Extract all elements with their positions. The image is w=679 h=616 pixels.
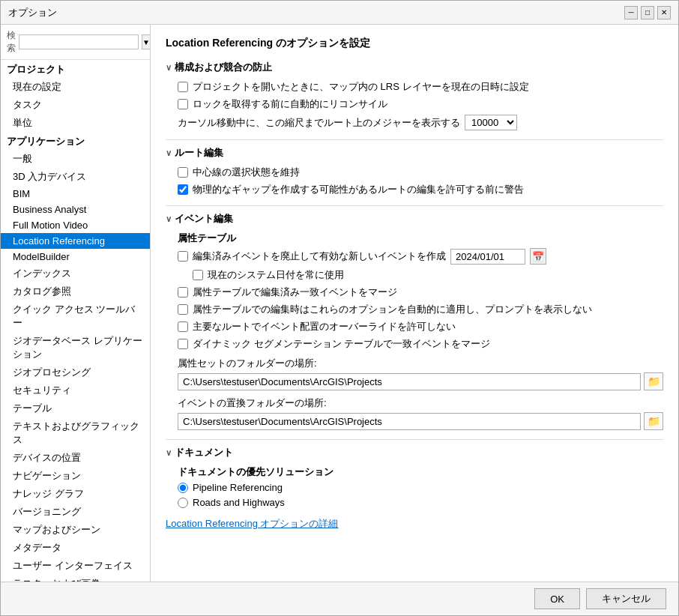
sidebar-item-user-interface[interactable]: ユーザー インターフェイス xyxy=(1,557,150,575)
sidebar-item-raster-imagery[interactable]: ラスターおよび画像 xyxy=(1,575,150,582)
checkbox-cb4[interactable] xyxy=(178,184,188,195)
checkbox-cb5[interactable] xyxy=(178,251,188,262)
section-event-edit-toggle[interactable]: ∨ xyxy=(166,214,172,224)
search-bar: 検索 ▼ xyxy=(1,25,150,60)
sidebar-item-business-analyst[interactable]: Business Analyst xyxy=(1,202,150,217)
cursor-scale-select[interactable]: 100 500 1000 5000 10000 50000 xyxy=(465,115,517,130)
section-document: ∨ ドキュメント ドキュメントの優先ソリューション Pipeline Refer… xyxy=(166,446,663,508)
sidebar-item-current-settings[interactable]: 現在の設定 xyxy=(1,78,150,96)
folder2-input[interactable] xyxy=(178,413,641,430)
window-controls: ─ □ ✕ xyxy=(624,6,671,19)
sidebar-item-catalog-browse[interactable]: カタログ参照 xyxy=(1,283,150,301)
checkbox-row-cb6: 現在のシステム日付を常に使用 xyxy=(178,268,663,282)
cancel-button[interactable]: キャンセル xyxy=(586,588,666,609)
section-document-content: ドキュメントの優先ソリューション Pipeline Referencing Ro… xyxy=(166,465,663,508)
sidebar-item-3d-input[interactable]: 3D 入力デバイス xyxy=(1,168,150,186)
sidebar-list: プロジェクト 現在の設定 タスク 単位 アプリケーション 一般 3D 入力デバイ… xyxy=(1,60,150,582)
right-panel: Location Referencing のオプションを設定 ∨ 構成および競合… xyxy=(151,25,678,582)
section-config-toggle[interactable]: ∨ xyxy=(166,63,172,73)
search-label: 検索 xyxy=(7,29,16,55)
sidebar-item-navigation[interactable]: ナビゲーション xyxy=(1,467,150,485)
checkbox-cb7[interactable] xyxy=(178,287,188,298)
help-link[interactable]: Location Referencing オプションの詳細 xyxy=(166,518,338,529)
section-route-edit-content: 中心線の選択状態を維持 物理的なギャップを作成する可能性があるルートの編集を許可… xyxy=(166,166,663,196)
checkbox-row-cb9: 主要なルートでイベント配置のオーバーライドを許可しない xyxy=(178,320,663,333)
radio-row-roads: Roads and Highways xyxy=(178,497,663,508)
date-input-cb5[interactable] xyxy=(450,249,525,265)
radio-roads[interactable] xyxy=(178,498,188,508)
radio-label-roads: Roads and Highways xyxy=(193,497,285,508)
sidebar-item-knowledge-graph[interactable]: ナレッジ グラフ xyxy=(1,485,150,503)
sidebar-item-geoprocessing[interactable]: ジオプロセシング xyxy=(1,363,150,381)
section-config-label: 構成および競合の防止 xyxy=(175,61,272,74)
sidebar-item-modelbuilder[interactable]: ModelBuilder xyxy=(1,249,150,265)
sidebar-item-map-scene[interactable]: マップおよびシーン xyxy=(1,521,150,539)
checkbox-cb6[interactable] xyxy=(193,270,203,280)
sidebar-item-units[interactable]: 単位 xyxy=(1,114,150,132)
folder1-input[interactable] xyxy=(178,373,641,390)
folder1-browse-button[interactable]: 📁 xyxy=(644,372,663,390)
sidebar-item-tasks[interactable]: タスク xyxy=(1,96,150,114)
sidebar-item-metadata[interactable]: メタデータ xyxy=(1,539,150,557)
sidebar-item-general[interactable]: 一般 xyxy=(1,150,150,168)
sidebar-item-versioning[interactable]: バージョニング xyxy=(1,503,150,521)
sidebar-item-device-location[interactable]: デバイスの位置 xyxy=(1,449,150,467)
radio-label-pipeline: Pipeline Referencing xyxy=(193,482,283,493)
calendar-button[interactable]: 📅 xyxy=(530,248,546,265)
checkbox-cb1[interactable] xyxy=(178,82,188,92)
sidebar-item-location-referencing[interactable]: Location Referencing xyxy=(1,233,150,249)
radio-pipeline[interactable] xyxy=(178,483,188,493)
close-button[interactable]: ✕ xyxy=(657,6,671,19)
section-config: ∨ 構成および競合の防止 プロジェクトを開いたときに、マップ内の LRS レイヤ… xyxy=(166,61,663,130)
checkbox-row-cb1: プロジェクトを開いたときに、マップ内の LRS レイヤーを現在の日時に設定 xyxy=(178,80,663,94)
sidebar-item-index[interactable]: インデックス xyxy=(1,265,150,283)
checkbox-cb10[interactable] xyxy=(178,339,188,349)
checkbox-row-cb7: 属性テーブルで編集済み一致イベントをマージ xyxy=(178,286,663,299)
checkbox-row-cb10: ダイナミック セグメンテーション テーブルで一致イベントをマージ xyxy=(178,337,663,351)
section-route-edit-label: ルート編集 xyxy=(175,146,223,160)
title-bar: オプション ─ □ ✕ xyxy=(1,1,678,25)
section-event-edit-label: イベント編集 xyxy=(175,212,233,226)
section-route-edit-toggle[interactable]: ∨ xyxy=(166,148,172,158)
divider-1 xyxy=(166,139,663,140)
minimize-button[interactable]: ─ xyxy=(624,6,638,19)
checkbox-cb9[interactable] xyxy=(178,321,188,332)
section-event-edit-header: ∨ イベント編集 xyxy=(166,212,663,226)
divider-2 xyxy=(166,205,663,206)
sidebar-item-geodatabase-replication[interactable]: ジオデータベース レプリケーション xyxy=(1,332,150,363)
checkbox-cb3[interactable] xyxy=(178,167,188,178)
sidebar-item-bim[interactable]: BIM xyxy=(1,186,150,202)
radio-row-pipeline: Pipeline Referencing xyxy=(178,482,663,493)
divider-3 xyxy=(166,439,663,440)
sidebar-item-full-motion-video[interactable]: Full Motion Video xyxy=(1,217,150,233)
checkbox-row-cb8: 属性テーブルでの編集時はこれらのオプションを自動的に適用し、プロンプトを表示しな… xyxy=(178,303,663,316)
checkbox-label-cb3: 中心線の選択状態を維持 xyxy=(193,166,300,179)
search-button[interactable]: ▼ xyxy=(142,34,151,49)
section-document-toggle[interactable]: ∨ xyxy=(166,448,172,458)
cursor-scale-row: カーソル移動中に、この縮尺までルート上のメジャーを表示する 100 500 10… xyxy=(178,115,663,130)
search-input[interactable] xyxy=(19,34,139,49)
checkbox-label-cb7: 属性テーブルで編集済み一致イベントをマージ xyxy=(193,286,397,299)
checkbox-cb8[interactable] xyxy=(178,304,188,315)
checkbox-row-cb2: ロックを取得する前に自動的にリコンサイル xyxy=(178,97,663,111)
checkbox-label-cb9: 主要なルートでイベント配置のオーバーライドを許可しない xyxy=(193,320,456,333)
folder2-input-row: 📁 xyxy=(178,412,663,430)
folder1-label: 属性セットのフォルダーの場所: xyxy=(178,357,663,370)
sidebar-item-security[interactable]: セキュリティ xyxy=(1,381,150,399)
section-config-header: ∨ 構成および競合の防止 xyxy=(166,61,663,74)
ok-button[interactable]: OK xyxy=(534,588,580,609)
checkbox-label-cb6: 現在のシステム日付を常に使用 xyxy=(208,268,344,282)
cursor-scale-label: カーソル移動中に、この縮尺までルート上のメジャーを表示する xyxy=(178,116,460,130)
checkbox-cb2[interactable] xyxy=(178,99,188,109)
folder2-browse-button[interactable]: 📁 xyxy=(644,412,663,430)
sidebar-group-application: アプリケーション xyxy=(1,132,150,150)
options-window: オプション ─ □ ✕ 検索 ▼ プロジェクト 現在の設定 タスク 単位 アプリ… xyxy=(0,0,679,616)
checkbox-row-cb3: 中心線の選択状態を維持 xyxy=(178,166,663,179)
sidebar-item-text-graphics[interactable]: テキストおよびグラフィックス xyxy=(1,417,150,449)
attr-table-label: 属性テーブル xyxy=(178,232,663,245)
sidebar-item-quick-access[interactable]: クイック アクセス ツールバー xyxy=(1,301,150,332)
checkbox-label-cb2: ロックを取得する前に自動的にリコンサイル xyxy=(193,97,387,111)
checkbox-row-cb4: 物理的なギャップを作成する可能性があるルートの編集を許可する前に警告 xyxy=(178,183,663,196)
restore-button[interactable]: □ xyxy=(641,6,654,19)
sidebar-item-table[interactable]: テーブル xyxy=(1,399,150,417)
